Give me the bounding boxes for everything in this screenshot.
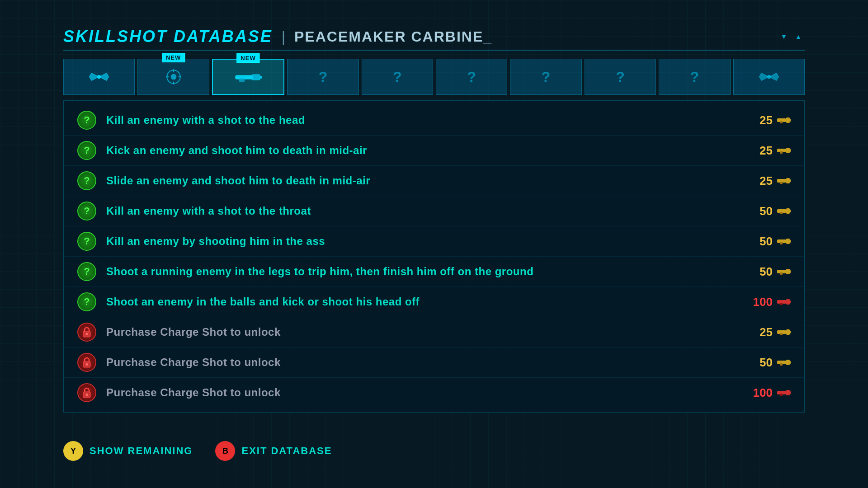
arrow-up-icon[interactable]: ▲ bbox=[792, 32, 805, 42]
skill-points: 100 bbox=[745, 295, 791, 309]
page-title: SKILLSHOT DATABASE bbox=[63, 27, 273, 46]
main-container: SKILLSHOT DATABASE | PEACEMAKER CARBINE_… bbox=[63, 27, 805, 413]
bottom-bar: Y SHOW REMAINING B EXIT DATABASE bbox=[63, 441, 332, 461]
svg-rect-17 bbox=[786, 148, 790, 153]
svg-rect-29 bbox=[786, 239, 790, 244]
svg-rect-44 bbox=[780, 333, 783, 335]
show-remaining-group: Y SHOW REMAINING bbox=[63, 441, 193, 461]
skill-row: ? Kick an enemy and shoot him to death i… bbox=[64, 136, 804, 166]
points-value: 50 bbox=[760, 235, 773, 249]
svg-rect-26 bbox=[780, 212, 783, 214]
skill-row: Purchase Charge Shot to unlock 100 bbox=[64, 378, 804, 408]
svg-rect-43 bbox=[786, 329, 790, 335]
exit-database-group: B EXIT DATABASE bbox=[215, 441, 332, 461]
skill-status-icon: ? bbox=[77, 141, 96, 160]
tab-3[interactable]: ? bbox=[287, 59, 359, 95]
tab-6[interactable]: ? bbox=[510, 59, 581, 95]
svg-rect-31 bbox=[790, 240, 791, 243]
points-value: 25 bbox=[760, 113, 773, 127]
tab-7[interactable]: ? bbox=[585, 59, 656, 95]
skill-description: Purchase Charge Shot to unlock bbox=[106, 326, 745, 338]
new-badge-tab2: NEW bbox=[236, 53, 259, 63]
svg-rect-22 bbox=[780, 182, 783, 184]
skill-points: 25 bbox=[745, 174, 791, 188]
svg-rect-18 bbox=[780, 151, 783, 154]
tab-4[interactable]: ? bbox=[362, 59, 433, 95]
svg-rect-34 bbox=[780, 272, 783, 275]
points-value: 50 bbox=[760, 356, 773, 370]
show-remaining-label: SHOW REMAINING bbox=[90, 445, 193, 457]
points-value: 50 bbox=[760, 265, 773, 279]
skill-row: Purchase Charge Shot to unlock 50 bbox=[64, 347, 804, 378]
skill-row: ? Kill an enemy by shooting him in the a… bbox=[64, 226, 804, 257]
skill-locked-icon bbox=[77, 383, 96, 402]
skill-description: Kill an enemy with a shot to the throat bbox=[106, 205, 745, 217]
svg-point-11 bbox=[767, 75, 771, 79]
tab-bar: NEW NEW ? ? ? bbox=[63, 59, 805, 95]
skill-description: Shoot an enemy in the balls and kick or … bbox=[106, 296, 745, 308]
tab-9[interactable] bbox=[733, 59, 805, 95]
tab-2[interactable]: NEW bbox=[212, 59, 284, 95]
svg-rect-8 bbox=[252, 75, 260, 80]
skill-description: Kick an enemy and shoot him to death in … bbox=[106, 144, 745, 157]
svg-rect-23 bbox=[790, 179, 791, 182]
skill-description: Slide an enemy and shoot him to death in… bbox=[106, 174, 745, 187]
exit-database-label: EXIT DATABASE bbox=[241, 445, 332, 457]
skill-locked-icon bbox=[77, 323, 96, 342]
skill-row: ? Shoot an enemy in the balls and kick o… bbox=[64, 287, 804, 317]
skill-locked-icon bbox=[77, 353, 96, 372]
skill-row: Purchase Charge Shot to unlock 25 bbox=[64, 317, 804, 347]
header-divider: | bbox=[282, 28, 285, 45]
skill-row: ? Kill an enemy with a shot to the head … bbox=[64, 105, 804, 136]
skill-points: 50 bbox=[745, 204, 791, 218]
svg-rect-25 bbox=[786, 208, 790, 214]
skill-status-icon: ? bbox=[77, 232, 96, 251]
skill-points: 25 bbox=[745, 325, 791, 339]
svg-rect-57 bbox=[790, 391, 791, 394]
svg-rect-53 bbox=[86, 394, 88, 396]
svg-rect-45 bbox=[790, 331, 791, 333]
svg-rect-55 bbox=[786, 390, 790, 395]
skill-row: ? Kill an enemy with a shot to the throa… bbox=[64, 196, 804, 226]
svg-rect-37 bbox=[786, 299, 790, 305]
svg-rect-15 bbox=[790, 119, 791, 122]
svg-rect-10 bbox=[260, 76, 262, 79]
svg-rect-33 bbox=[786, 269, 790, 274]
skill-points: 100 bbox=[745, 386, 791, 400]
skill-description: Purchase Charge Shot to unlock bbox=[106, 386, 745, 399]
arrow-down-icon[interactable]: ▼ bbox=[778, 32, 790, 42]
svg-rect-47 bbox=[86, 363, 88, 366]
skill-description: Kill an enemy with a shot to the head bbox=[106, 114, 745, 127]
svg-rect-30 bbox=[780, 242, 783, 244]
skill-description: Purchase Charge Shot to unlock bbox=[106, 356, 745, 369]
svg-rect-41 bbox=[86, 333, 88, 335]
svg-rect-56 bbox=[780, 394, 783, 396]
svg-rect-49 bbox=[786, 360, 790, 365]
svg-rect-9 bbox=[239, 78, 245, 82]
skill-points: 25 bbox=[745, 144, 791, 158]
tab-1[interactable]: NEW bbox=[137, 59, 209, 95]
skill-row: ? Slide an enemy and shoot him to death … bbox=[64, 166, 804, 196]
svg-rect-21 bbox=[786, 178, 790, 183]
svg-rect-51 bbox=[790, 361, 791, 364]
b-button[interactable]: B bbox=[215, 441, 235, 461]
y-button[interactable]: Y bbox=[63, 441, 83, 461]
weapon-name: PEACEMAKER CARBINE_ bbox=[294, 28, 492, 45]
svg-rect-13 bbox=[786, 117, 790, 123]
tab-8[interactable]: ? bbox=[659, 59, 730, 95]
skill-status-icon: ? bbox=[77, 171, 96, 190]
svg-point-0 bbox=[97, 75, 101, 79]
skill-status-icon: ? bbox=[77, 111, 96, 130]
skill-points: 25 bbox=[745, 113, 791, 127]
skill-description: Shoot a running enemy in the legs to tri… bbox=[106, 265, 745, 278]
skill-status-icon: ? bbox=[77, 292, 96, 311]
svg-rect-39 bbox=[790, 300, 791, 303]
tab-5[interactable]: ? bbox=[436, 59, 507, 95]
header: SKILLSHOT DATABASE | PEACEMAKER CARBINE_… bbox=[63, 27, 805, 51]
skill-status-icon: ? bbox=[77, 262, 96, 281]
svg-rect-38 bbox=[780, 303, 783, 305]
tab-0[interactable] bbox=[63, 59, 135, 95]
svg-rect-50 bbox=[780, 363, 783, 366]
skill-row: ? Shoot a running enemy in the legs to t… bbox=[64, 257, 804, 287]
svg-rect-19 bbox=[790, 149, 791, 152]
